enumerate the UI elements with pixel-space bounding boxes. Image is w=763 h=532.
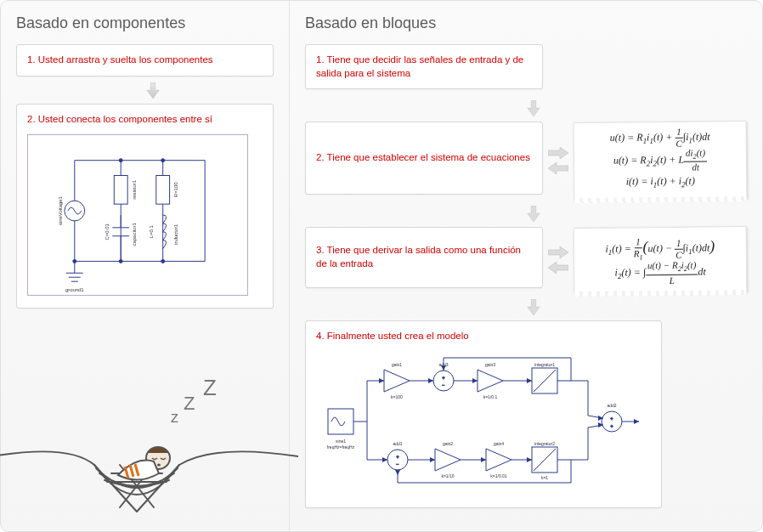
svg-point-18	[157, 464, 161, 467]
svg-text:gain1: gain1	[392, 362, 402, 367]
equation-note-2: i1(t) = 1R1(u(t) − 1C∫i1(t)dt) i2(t) = ∫…	[574, 226, 748, 294]
block-based-column: Basado en bloques 1. Tiene que decidir l…	[290, 1, 762, 531]
svg-point-4	[119, 159, 122, 162]
arrow-down-icon	[320, 99, 747, 118]
svg-text:gain4: gain4	[494, 441, 504, 446]
svg-text:−: −	[397, 461, 399, 467]
arrow-down-icon	[31, 82, 274, 100]
svg-text:k=1: k=1	[541, 475, 548, 480]
svg-point-7	[161, 259, 165, 263]
svg-text:k=1/0.1: k=1/0.1	[483, 394, 498, 399]
left-title: Basado en componentes	[16, 14, 274, 32]
svg-text:gain2: gain2	[443, 441, 453, 446]
svg-text:k=100: k=100	[391, 394, 403, 399]
svg-text:sine1: sine1	[336, 439, 346, 444]
svg-point-5	[161, 159, 165, 162]
svg-rect-3	[156, 176, 170, 205]
svg-point-30	[387, 450, 408, 470]
svg-text:add2: add2	[607, 403, 616, 408]
arrow-down-icon	[320, 298, 747, 317]
svg-text:add3: add3	[438, 362, 448, 367]
right-step-2: 2. Tiene que establecer el sistema de ec…	[305, 122, 543, 195]
svg-point-23	[433, 371, 454, 391]
right-step-1: 1. Tiene que decidir las señales de entr…	[305, 44, 543, 89]
svg-text:capacitor1: capacitor1	[132, 223, 137, 246]
equation-note-1: u(t) = R1i1(t) + 1C∫i1(t)dt u(t) = R2i2(…	[574, 121, 748, 201]
svg-text:resistor1: resistor1	[132, 180, 137, 200]
svg-text:k=1/10: k=1/10	[441, 473, 454, 478]
svg-text:−: −	[443, 382, 445, 388]
svg-text:Z: Z	[184, 393, 195, 414]
right-title: Basado en bloques	[305, 14, 747, 32]
svg-text:+: +	[611, 416, 613, 421]
svg-text:C=0.01: C=0.01	[105, 224, 110, 240]
sleeping-person-icon: z Z Z	[0, 363, 298, 524]
svg-point-27	[602, 411, 622, 432]
left-step-1: 1. Usted arrastra y suelta los component…	[16, 44, 274, 76]
svg-text:freqHz=freqHz: freqHz=freqHz	[327, 444, 355, 450]
svg-text:R=100: R=100	[173, 182, 178, 197]
svg-text:Z: Z	[203, 375, 217, 400]
svg-text:k=1/0.01: k=1/0.01	[490, 473, 507, 478]
svg-text:+: +	[397, 454, 399, 459]
svg-point-17	[146, 447, 170, 469]
arrow-bidirectional-icon	[548, 227, 568, 293]
right-step-4: 4. Finalmente usted crea el modelo +− ++	[305, 320, 662, 509]
left-step-2: 2. Usted conecta los componentes entre s…	[16, 104, 274, 309]
block-diagram-icon: +− ++ +−	[316, 351, 653, 495]
svg-text:inductor1: inductor1	[173, 224, 178, 245]
svg-text:add1: add1	[393, 441, 402, 446]
arrow-down-icon	[320, 205, 747, 224]
svg-text:+: +	[611, 423, 613, 428]
svg-text:gain3: gain3	[485, 362, 495, 367]
component-based-column: Basado en componentes 1. Usted arrastra …	[1, 1, 290, 531]
svg-point-8	[73, 259, 76, 263]
svg-rect-2	[114, 176, 127, 205]
svg-text:sineVoltage1: sineVoltage1	[58, 196, 63, 225]
comparison-diagram: Basado en componentes 1. Usted arrastra …	[0, 0, 763, 532]
svg-text:z: z	[171, 409, 178, 426]
arrow-bidirectional-icon	[548, 122, 568, 200]
svg-point-6	[119, 259, 122, 263]
circuit-diagram-icon: ground1 sineVoltage1 resistor1 R=100 C=0…	[27, 134, 248, 296]
svg-text:integrator2: integrator2	[534, 441, 555, 446]
svg-text:L=0.1: L=0.1	[149, 225, 154, 238]
svg-text:ground1: ground1	[65, 287, 84, 292]
svg-text:+: +	[443, 375, 445, 380]
svg-text:integrator1: integrator1	[534, 362, 555, 367]
right-step-3: 3. Tiene que derivar la salida como una …	[305, 227, 543, 288]
